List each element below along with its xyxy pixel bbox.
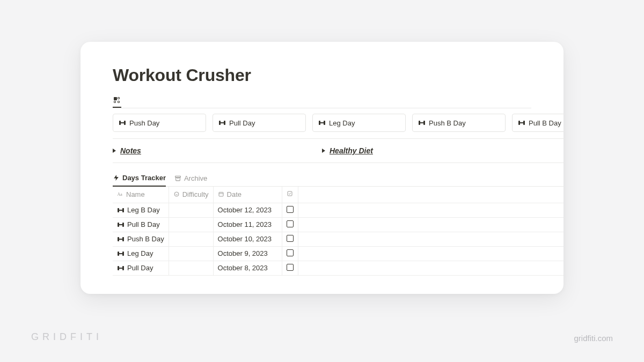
column-header-name[interactable]: Aa Name [113, 187, 169, 203]
gallery-card-push-day[interactable]: Push Day [113, 114, 206, 132]
calendar-icon [218, 191, 224, 197]
dumbbell-icon [117, 222, 125, 227]
cell-date[interactable]: October 12, 2023 [213, 203, 282, 217]
dumbbell-icon [119, 120, 126, 125]
svg-text:Aa: Aa [118, 192, 123, 197]
divider [113, 162, 564, 163]
triangle-right-icon [322, 149, 325, 153]
toggle-label: Notes [120, 146, 141, 155]
table-row[interactable]: Push B DayOctober 10, 2023 [113, 232, 564, 246]
gallery-card-label: Push Day [129, 119, 159, 127]
cell-name[interactable]: Leg Day [113, 246, 169, 261]
dumbbell-icon [318, 120, 326, 125]
watermark-url: gridfiti.com [574, 334, 613, 343]
cell-date[interactable]: October 10, 2023 [213, 232, 282, 246]
triangle-right-icon [113, 149, 116, 153]
column-header-difficulty[interactable]: Difficulty [169, 187, 213, 203]
divider [113, 138, 564, 139]
cell-difficulty[interactable] [169, 261, 213, 275]
row-name: Leg Day [127, 249, 153, 257]
cell-empty [298, 246, 564, 261]
cell-difficulty[interactable] [169, 232, 213, 246]
cell-date[interactable]: October 11, 2023 [213, 217, 282, 232]
dumbbell-icon [418, 120, 426, 125]
cell-date[interactable]: October 9, 2023 [213, 246, 282, 261]
tab-archive[interactable]: Archive [174, 171, 207, 186]
checkbox-icon [287, 190, 293, 197]
dumbbell-icon [117, 265, 125, 271]
dumbbell-icon [117, 251, 125, 256]
grid-icon [114, 97, 120, 104]
toggle-label: Healthy Diet [330, 146, 373, 155]
cell-name[interactable]: Pull Day [113, 261, 169, 275]
gallery-card-pull-b-day[interactable]: Pull B Day [512, 114, 564, 132]
tab-days-tracker[interactable]: Days Tracker [113, 171, 166, 187]
gallery-card-push-b-day[interactable]: Push B Day [412, 114, 506, 132]
gallery-view-tab[interactable] [113, 95, 121, 108]
row-name: Pull Day [127, 264, 153, 272]
view-tabs [113, 95, 531, 108]
cell-name[interactable]: Push B Day [113, 232, 169, 246]
cell-difficulty[interactable] [169, 246, 213, 261]
cell-date[interactable]: October 8, 2023 [213, 261, 282, 275]
toggle-healthy-diet[interactable]: Healthy Diet [322, 146, 531, 155]
gallery-row: Push Day Pull Day Leg Day Push B Day Pul… [80, 114, 564, 132]
cell-difficulty[interactable] [169, 203, 213, 217]
gallery-card-label: Pull B Day [529, 119, 561, 127]
cell-name[interactable]: Pull B Day [113, 217, 169, 232]
cell-checkbox[interactable] [282, 246, 298, 261]
toggles-row: Notes Healthy Diet [80, 146, 564, 155]
cell-checkbox[interactable] [282, 203, 298, 217]
tab-label: Days Tracker [122, 174, 166, 182]
table-row[interactable]: Pull DayOctober 8, 2023 [113, 261, 564, 275]
tab-label: Archive [184, 174, 207, 182]
checkbox[interactable] [287, 264, 294, 271]
svg-rect-1 [176, 177, 180, 180]
table-row[interactable]: Leg DayOctober 9, 2023 [113, 246, 564, 261]
notion-card: Workout Crusher Push Day Pull Day Leg Da… [80, 42, 564, 294]
cell-empty [298, 232, 564, 246]
database-tabs: Days Tracker Archive [113, 171, 564, 187]
gallery-card-pull-day[interactable]: Pull Day [213, 114, 306, 132]
checkbox[interactable] [287, 249, 294, 256]
toggle-notes[interactable]: Notes [113, 146, 322, 155]
row-name: Leg B Day [127, 206, 160, 214]
checkbox[interactable] [287, 206, 294, 213]
watermark-logo: GRIDFITI [31, 331, 103, 343]
row-name: Push B Day [127, 235, 164, 243]
cell-empty [298, 217, 564, 232]
checkbox[interactable] [287, 235, 294, 242]
gallery-card-label: Pull Day [229, 119, 255, 127]
cell-name[interactable]: Leg B Day [113, 203, 169, 217]
text-icon: Aa [117, 191, 123, 197]
gallery-card-label: Leg Day [329, 119, 355, 127]
gallery-card-leg-day[interactable]: Leg Day [312, 114, 406, 132]
cell-checkbox[interactable] [282, 261, 298, 275]
svg-point-4 [174, 192, 179, 196]
gallery-card-label: Push B Day [429, 119, 466, 127]
table-row[interactable]: Pull B DayOctober 11, 2023 [113, 217, 564, 232]
cell-empty [298, 203, 564, 217]
row-name: Pull B Day [127, 220, 160, 228]
svg-rect-7 [288, 191, 292, 196]
cell-empty [298, 261, 564, 275]
dumbbell-icon [518, 120, 525, 125]
cell-checkbox[interactable] [282, 217, 298, 232]
page-title: Workout Crusher [80, 65, 564, 85]
archive-icon [174, 175, 181, 182]
dumbbell-icon [218, 120, 226, 125]
cell-checkbox[interactable] [282, 232, 298, 246]
dumbbell-icon [117, 208, 125, 213]
days-tracker-table: Aa Name Difficulty Date [113, 187, 564, 276]
select-icon [173, 191, 180, 197]
column-header-date[interactable]: Date [213, 187, 282, 203]
table-row[interactable]: Leg B DayOctober 12, 2023 [113, 203, 564, 217]
svg-rect-5 [219, 193, 223, 197]
column-header-empty [298, 187, 564, 203]
column-header-checkbox[interactable] [282, 187, 298, 203]
checkbox[interactable] [287, 220, 294, 227]
dumbbell-icon [117, 237, 125, 242]
cell-difficulty[interactable] [169, 217, 213, 232]
lightning-icon [113, 174, 120, 181]
